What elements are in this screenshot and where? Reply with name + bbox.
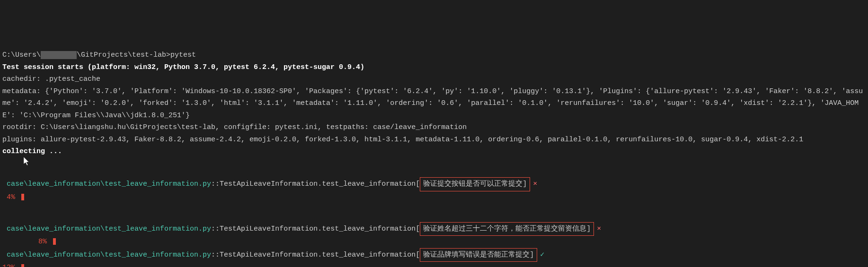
test-sep: :: — [211, 180, 220, 188]
prompt-line: C:\Users\████████\GitProjects\test-lab>p… — [2, 51, 196, 59]
test-param-closing: ] — [530, 251, 534, 259]
test-result-2: case\leave_information\test_leave_inform… — [2, 222, 866, 236]
progress-bar — [53, 238, 56, 245]
progress-bar — [21, 264, 24, 267]
terminal-output[interactable]: C:\Users\████████\GitProjects\test-lab>p… — [2, 49, 866, 267]
collecting-line: collecting ... — [2, 147, 62, 155]
test-name: TestApiLeaveInformation.test_leave_infor… — [220, 225, 420, 233]
test-param-box: 验证提交按钮是否可以正常提交] — [420, 177, 530, 191]
test-param: 验证品牌填写错误是否能正常提交 — [423, 251, 530, 259]
test-sep: :: — [211, 251, 220, 259]
test-sep: :: — [211, 225, 220, 233]
test-path: case\leave_information\test_leave_inform… — [2, 225, 211, 233]
progress-bar — [21, 194, 24, 200]
fail-mark-icon: × — [533, 180, 537, 188]
pass-mark-icon: ✓ — [540, 251, 544, 259]
fail-mark-icon: × — [597, 225, 601, 233]
percent-text: 8% — [38, 238, 47, 246]
test-param: 验证提交按钮是否可以正常提交 — [423, 180, 523, 188]
test-param-closing: ] — [586, 225, 591, 233]
test-param-closing: ] — [523, 180, 527, 188]
progress-line-3: 12% — [2, 262, 866, 267]
test-name: TestApiLeaveInformation.test_leave_infor… — [220, 180, 420, 188]
prompt-command: pytest — [170, 51, 196, 59]
test-path: case\leave_information\test_leave_inform… — [2, 180, 211, 188]
session-header: Test session starts (platform: win32, Py… — [2, 63, 364, 71]
test-path: case\leave_information\test_leave_inform… — [2, 251, 211, 259]
prompt-prefix: C:\Users\ — [2, 51, 41, 59]
rootdir-line: rootdir: C:\Users\liangshu.hu\GitProject… — [2, 123, 467, 131]
test-param-box: 验证品牌填写错误是否能正常提交] — [420, 248, 537, 262]
test-param: 验证姓名超过三十二个字符，能否正常提交留资信息 — [423, 225, 586, 233]
percent-text: 12% — [2, 264, 15, 267]
mouse-cursor-icon — [24, 157, 30, 171]
percent-text: 4% — [2, 193, 15, 201]
test-param-box: 验证姓名超过三十二个字符，能否正常提交留资信息] — [420, 222, 594, 236]
metadata-line: metadata: {'Python': '3.7.0', 'Platform'… — [2, 87, 863, 120]
test-name: TestApiLeaveInformation.test_leave_infor… — [220, 251, 420, 259]
test-result-1: case\leave_information\test_leave_inform… — [2, 177, 866, 191]
prompt-suffix: \GitProjects\test-lab> — [77, 51, 170, 59]
progress-line-2: 8% — [38, 236, 866, 248]
cachedir-line: cachedir: .pytest_cache — [2, 75, 100, 83]
plugins-line: plugins: allure-pytest-2.9.43, Faker-8.8… — [2, 136, 803, 144]
progress-line-1: 4% — [2, 191, 866, 204]
prompt-redacted: ████████ — [41, 51, 77, 59]
test-result-3: case\leave_information\test_leave_inform… — [2, 248, 866, 262]
